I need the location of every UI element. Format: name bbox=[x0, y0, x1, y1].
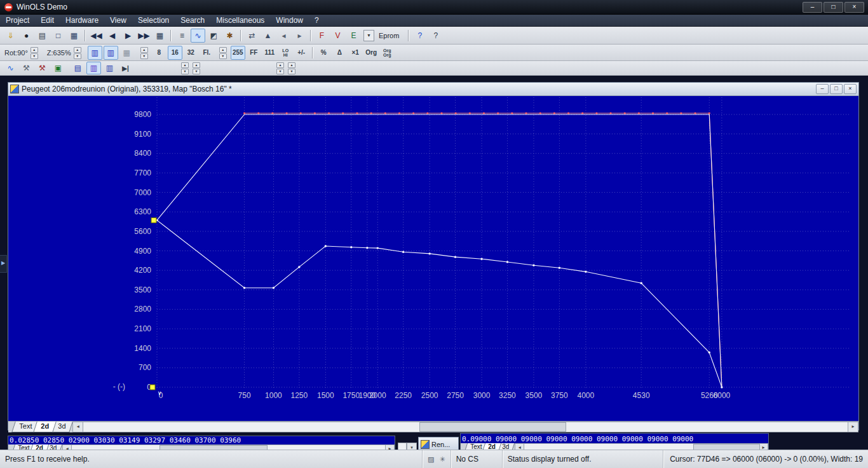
data-point[interactable] bbox=[325, 245, 327, 247]
minimized-window[interactable]: Ren... bbox=[418, 437, 459, 450]
export-folder-icon[interactable]: ▣ bbox=[51, 62, 65, 74]
scroll-track[interactable] bbox=[524, 443, 759, 450]
zoom-spinner[interactable]: ▴▾ bbox=[74, 47, 81, 59]
map-horizontal-scrollbar[interactable]: ◂ ▸ bbox=[72, 422, 858, 432]
map-close-button[interactable]: × bbox=[844, 84, 857, 94]
map-search-icon[interactable]: ✱ bbox=[222, 29, 237, 43]
scroll-right-icon[interactable]: ▸ bbox=[759, 443, 768, 450]
series-map-curve[interactable] bbox=[157, 220, 722, 387]
scroll-track[interactable] bbox=[398, 443, 407, 450]
original-values-icon[interactable]: Org bbox=[364, 46, 379, 60]
precision-spinner-down-icon[interactable]: ▾ bbox=[140, 53, 148, 59]
menu-hardware[interactable]: Hardware bbox=[60, 15, 104, 26]
next-version-icon[interactable]: ▶ bbox=[121, 29, 135, 43]
validate-v-icon[interactable]: V bbox=[330, 29, 345, 43]
first-version-icon[interactable]: ◀◀ bbox=[89, 29, 104, 43]
map-2d-plot[interactable]: 9800910084007700700063005600490042003500… bbox=[8, 96, 857, 421]
chevron-down-icon[interactable]: ▼ bbox=[363, 30, 374, 41]
menu-project[interactable]: Project bbox=[0, 15, 35, 26]
data-point[interactable] bbox=[273, 287, 275, 289]
import-file-icon[interactable]: ⇓ bbox=[3, 29, 18, 43]
view-2d-icon[interactable]: ∿ bbox=[191, 29, 205, 43]
text-view-icon[interactable]: ≡ bbox=[175, 29, 189, 43]
bits-float-icon[interactable]: Fl. bbox=[200, 46, 214, 60]
data-point[interactable] bbox=[709, 352, 710, 354]
help-icon[interactable]: ? bbox=[412, 29, 427, 43]
search-filter-icon[interactable]: ⇄ bbox=[245, 29, 259, 43]
selection-height-spinner-up-icon[interactable]: ▴ bbox=[193, 62, 200, 68]
vertical-scrollbar-stub[interactable]: ▾ bbox=[398, 443, 417, 450]
play-pause-icon[interactable]: ▶| bbox=[118, 62, 133, 74]
map-2d-chart[interactable]: 9800910084007700700063005600490042003500… bbox=[8, 96, 858, 421]
eprom-e-icon[interactable]: E bbox=[346, 29, 361, 43]
binary-display-icon[interactable]: 111 bbox=[262, 46, 277, 60]
selection-width-spinner-up-icon[interactable]: ▴ bbox=[181, 62, 189, 68]
data-point[interactable] bbox=[585, 271, 587, 273]
tab-2d[interactable]: 2d bbox=[482, 443, 501, 450]
last-version-icon[interactable]: ▶▶ bbox=[137, 29, 151, 43]
new-window-icon[interactable]: □ bbox=[51, 29, 65, 43]
cursor-marker[interactable] bbox=[151, 217, 156, 223]
dock-expand-icon[interactable]: ▶ bbox=[0, 255, 7, 273]
read-hardware-icon[interactable]: ● bbox=[19, 29, 34, 43]
left-horizontal-scrollbar[interactable]: ◂ ▸ bbox=[62, 444, 395, 450]
hammer-checksum-icon[interactable]: ⚒ bbox=[35, 62, 50, 74]
window-3d-icon[interactable]: ▥ bbox=[102, 62, 117, 74]
previous-diff-icon[interactable]: ◂ bbox=[276, 29, 291, 43]
map-overview-icon[interactable]: ∿ bbox=[3, 62, 18, 74]
data-point[interactable] bbox=[366, 247, 368, 249]
view-3d-icon[interactable]: ◩ bbox=[207, 29, 221, 43]
data-point[interactable] bbox=[377, 247, 379, 249]
compare-original-icon[interactable]: Org Org bbox=[380, 46, 395, 60]
print-icon[interactable]: ▤ bbox=[35, 29, 50, 43]
bits-16-icon[interactable]: 16 bbox=[168, 46, 182, 60]
data-point[interactable] bbox=[454, 256, 456, 258]
menu-window[interactable]: Window bbox=[270, 15, 309, 26]
data-point[interactable] bbox=[559, 267, 560, 269]
window-split-icon[interactable]: ▥ bbox=[88, 46, 102, 60]
scroll-right-icon[interactable]: ▸ bbox=[385, 444, 395, 450]
decimal-display-icon[interactable]: 255 bbox=[231, 46, 245, 60]
eprom-select[interactable]: ▼Eprom bbox=[363, 30, 403, 41]
hexdump-view-icon[interactable]: ▦ bbox=[153, 29, 167, 43]
scroll-left-icon[interactable]: ◂ bbox=[515, 443, 524, 450]
maps-list-icon[interactable]: ▤ bbox=[71, 62, 85, 74]
data-point[interactable] bbox=[350, 246, 352, 248]
rotation-spinner-down-icon[interactable]: ▾ bbox=[31, 53, 38, 59]
cursor-marker-origin[interactable] bbox=[150, 385, 155, 390]
data-point[interactable] bbox=[298, 266, 300, 268]
data-point[interactable] bbox=[532, 265, 534, 266]
right-horizontal-scrollbar[interactable]: ◂ ▸ bbox=[515, 443, 768, 450]
rotation-spinner-up-icon[interactable]: ▴ bbox=[31, 47, 38, 53]
bits-8-icon[interactable]: 8 bbox=[152, 46, 166, 60]
data-point[interactable] bbox=[641, 282, 642, 284]
menu-edit[interactable]: Edit bbox=[35, 15, 60, 26]
selection-height-spinner[interactable]: ▴▾ bbox=[193, 62, 200, 74]
data-point[interactable] bbox=[480, 258, 482, 259]
scroll-left-icon[interactable]: ◂ bbox=[62, 444, 72, 450]
offset-spinner-down-icon[interactable]: ▾ bbox=[219, 53, 227, 59]
maximize-button[interactable]: □ bbox=[824, 2, 843, 13]
axis-spinner-up-icon[interactable]: ▴ bbox=[288, 62, 295, 68]
menu-search[interactable]: Search bbox=[175, 15, 210, 26]
precision-spinner-up-icon[interactable]: ▴ bbox=[140, 47, 148, 53]
factor-icon[interactable]: ×1 bbox=[348, 46, 363, 60]
menu-selection[interactable]: Selection bbox=[132, 15, 175, 26]
map-window-titlebar[interactable]: Peugeot 206modreunion (Original), 353319… bbox=[8, 83, 858, 96]
data-point[interactable] bbox=[721, 386, 722, 388]
data-point[interactable] bbox=[428, 252, 430, 254]
hammer-icon[interactable]: ⚒ bbox=[19, 62, 34, 74]
signed-display-icon[interactable]: +/- bbox=[294, 46, 309, 60]
selection-width-spinner[interactable]: ▴▾ bbox=[181, 62, 189, 74]
map-spinner-up-icon[interactable]: ▴ bbox=[276, 62, 284, 68]
grid-view-icon[interactable]: ▦ bbox=[119, 46, 134, 60]
hilo-byteorder-icon[interactable]: LO HI bbox=[278, 46, 293, 60]
data-point[interactable] bbox=[402, 251, 404, 253]
scroll-left-icon[interactable]: ◂ bbox=[72, 422, 83, 432]
zoom-spinner-up-icon[interactable]: ▴ bbox=[74, 47, 81, 53]
previous-version-icon[interactable]: ◀ bbox=[105, 29, 119, 43]
next-diff-icon[interactable]: ▸ bbox=[292, 29, 307, 43]
data-point[interactable] bbox=[506, 261, 508, 263]
axis-spinner[interactable]: ▴▾ bbox=[288, 62, 295, 74]
axis-spinner-down-icon[interactable]: ▾ bbox=[288, 69, 295, 74]
